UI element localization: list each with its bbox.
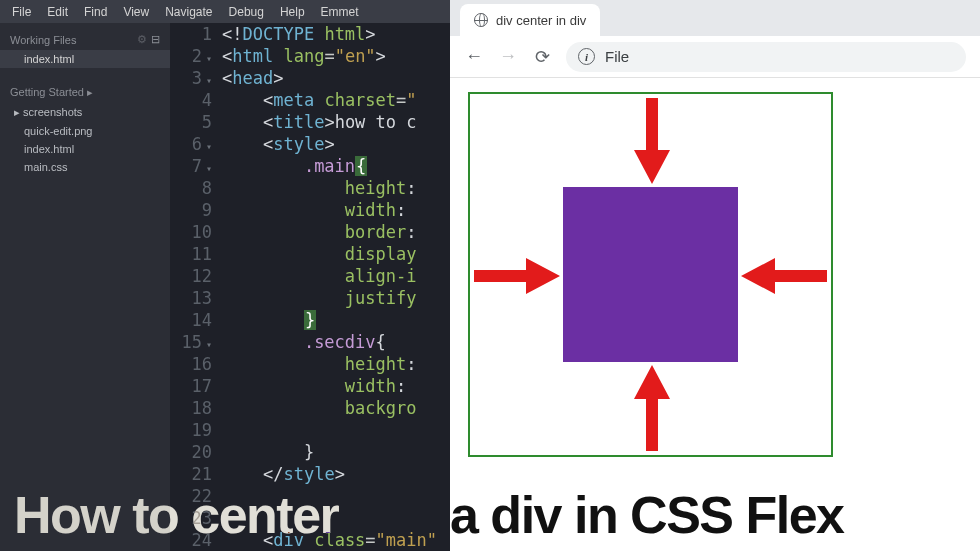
menu-bar: FileEditFindViewNavigateDebugHelpEmmet (0, 0, 450, 23)
tab-strip: div center in div (450, 0, 980, 36)
gear-icon[interactable]: ⚙ (137, 33, 147, 45)
tab-title: div center in div (496, 13, 586, 28)
arrow-left-right (741, 256, 827, 296)
file-item[interactable]: quick-edit.png (0, 122, 170, 140)
working-files-header: Working Files ⚙⊟ (0, 29, 170, 50)
arrow-right-left (474, 256, 560, 296)
menu-emmet[interactable]: Emmet (313, 5, 367, 19)
rendered-page (450, 78, 980, 551)
menu-file[interactable]: File (4, 5, 39, 19)
working-file-item[interactable]: index.html (0, 50, 170, 68)
folder-label: screenshots (23, 106, 82, 118)
address-bar: ← → ⟳ i File (450, 36, 980, 78)
omnibox[interactable]: i File (566, 42, 966, 72)
browser-tab[interactable]: div center in div (460, 4, 600, 36)
reload-button[interactable]: ⟳ (532, 47, 552, 67)
menu-help[interactable]: Help (272, 5, 313, 19)
omnibox-text: File (605, 48, 629, 65)
sidebar: Working Files ⚙⊟ index.html Getting Star… (0, 23, 170, 551)
main-div (468, 92, 833, 457)
menu-debug[interactable]: Debug (221, 5, 272, 19)
browser-pane: div center in div ← → ⟳ i File (450, 0, 980, 551)
back-button[interactable]: ← (464, 47, 484, 67)
file-item[interactable]: main.css (0, 158, 170, 176)
sidebar-controls[interactable]: ⚙⊟ (137, 33, 160, 46)
getting-started-header[interactable]: Getting Started ▸ (0, 82, 170, 103)
arrow-down-top (632, 98, 672, 184)
sec-div (563, 187, 738, 362)
info-icon[interactable]: i (578, 48, 595, 65)
collapse-icon[interactable]: ⊟ (151, 33, 160, 45)
working-files-label: Working Files (10, 34, 76, 46)
code-content[interactable]: <!DOCTYPE html><html lang="en"><head> <m… (222, 23, 450, 551)
menu-find[interactable]: Find (76, 5, 115, 19)
folder-screenshots[interactable]: ▸ screenshots (0, 103, 170, 122)
forward-button[interactable]: → (498, 47, 518, 67)
code-area[interactable]: 123456789101112131415161718192021222324 … (170, 23, 450, 551)
menu-view[interactable]: View (115, 5, 157, 19)
code-editor-pane: FileEditFindViewNavigateDebugHelpEmmet W… (0, 0, 450, 551)
globe-icon (474, 13, 488, 27)
file-item[interactable]: index.html (0, 140, 170, 158)
arrow-up-bottom (632, 365, 672, 451)
getting-started-label: Getting Started (10, 86, 84, 98)
overlay-caption-right: a div in CSS Flex (450, 485, 980, 545)
menu-edit[interactable]: Edit (39, 5, 76, 19)
menu-navigate[interactable]: Navigate (157, 5, 220, 19)
gutter: 123456789101112131415161718192021222324 (170, 23, 222, 551)
